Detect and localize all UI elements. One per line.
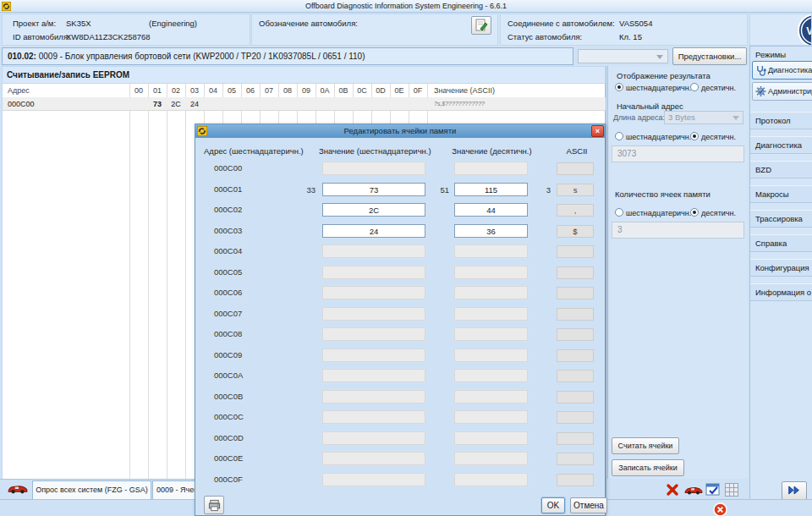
- dec-input: [454, 431, 528, 445]
- memory-cell-row: 000C0B: [195, 390, 606, 405]
- dialog-close-button[interactable]: ×: [591, 125, 604, 137]
- presets-combobox[interactable]: [578, 49, 668, 63]
- memory-cell-row: 000C05: [195, 266, 606, 281]
- hex-input: [322, 452, 425, 465]
- mode-diagnostics-button[interactable]: Диагностика: [752, 61, 812, 80]
- ascii-box: [557, 432, 594, 445]
- cancel-circle-icon[interactable]: [713, 502, 727, 516]
- table-row[interactable]: [3, 97, 606, 111]
- dialog-col-dec: Значение (десятичн.): [452, 146, 532, 156]
- dialog-col-address: Адрес (шестнадцатеричн.): [204, 146, 300, 156]
- hex-input[interactable]: [322, 183, 425, 196]
- col-header: 0E: [390, 84, 409, 97]
- ascii-box: [557, 308, 594, 321]
- vehicle-car-icon[interactable]: [683, 485, 704, 497]
- write-cells-button[interactable]: Записать ячейки: [612, 459, 684, 476]
- ok-button[interactable]: OK: [541, 497, 565, 513]
- sidebar-section-configuration[interactable]: Конфигурация: [750, 259, 812, 277]
- memory-cell-row: 000C01 33 51 3 s: [195, 183, 606, 198]
- tab-all-systems[interactable]: Опрос всех систем (FZG - GSA): [32, 480, 151, 500]
- dec-input[interactable]: [454, 203, 528, 217]
- start-hex-radio[interactable]: [615, 132, 623, 140]
- sidebar-section-macros[interactable]: Макросы: [750, 185, 812, 203]
- cell-address: 000C05: [214, 267, 242, 277]
- double-chevron-icon: [787, 485, 802, 496]
- display-hex-radio[interactable]: [615, 83, 623, 91]
- memory-cell-row: 000C0F: [195, 473, 606, 488]
- sidebar-section-diagnostics[interactable]: Диагностика: [750, 136, 812, 154]
- count-dec-radio[interactable]: [690, 208, 699, 217]
- row-ascii-value: ?s,$????????????: [434, 97, 485, 111]
- logo-panel: VW: [749, 14, 812, 46]
- sidebar-section-info[interactable]: Информация о: [750, 283, 812, 301]
- grid-table-icon[interactable]: [724, 482, 739, 499]
- ascii-box: [557, 370, 594, 382]
- ascii-box: [557, 411, 594, 424]
- ascii-box: ,: [557, 204, 594, 217]
- dialog-col-ascii: ASCII: [562, 146, 591, 156]
- cell-address: 000C06: [214, 288, 242, 297]
- mode-administration-button[interactable]: Администрир: [752, 82, 812, 101]
- display-dec-label: десятичн.: [701, 84, 736, 92]
- cancel-button[interactable]: Отмена: [570, 497, 607, 513]
- hex-input: [322, 431, 425, 445]
- ascii-box: [557, 266, 594, 279]
- ecu-description: 0009 - Блок управления бортовой сети (KW…: [36, 52, 365, 61]
- hex-input: [322, 266, 425, 279]
- hex-input[interactable]: [322, 224, 425, 238]
- cell-address: 000C0F: [214, 475, 243, 484]
- memory-cell-row: 000C0D: [195, 431, 606, 447]
- print-button[interactable]: [204, 496, 224, 514]
- memory-cell-row: 000C03 $: [195, 224, 606, 239]
- row-address: 000C00: [8, 97, 35, 111]
- display-hex-label: шестнадцатеричн.: [626, 84, 691, 92]
- count-hex-label: шестнадцатеричн.: [626, 209, 691, 217]
- designation-label: Обозначение автомобиля:: [259, 19, 358, 28]
- read-cells-button[interactable]: Считать ячейки: [612, 437, 679, 454]
- start-dec-radio[interactable]: [690, 132, 699, 140]
- project-panel: Проект а/м: SK35X (Engineering) ID автом…: [2, 14, 250, 46]
- ecu-code: 010.02:: [8, 52, 36, 61]
- cell-address: 000C02: [214, 205, 242, 214]
- col-header: 00: [129, 84, 148, 97]
- dialog-check-icon[interactable]: [705, 482, 721, 499]
- hex-input: [322, 390, 425, 403]
- dec-input[interactable]: [454, 224, 528, 238]
- sidebar-section-help[interactable]: Справка: [750, 234, 812, 252]
- dec-input[interactable]: [454, 183, 528, 196]
- col-header: 0B: [334, 84, 353, 97]
- dec-input: [454, 473, 528, 486]
- hex-input[interactable]: [322, 203, 425, 217]
- col-header: 08: [278, 84, 297, 97]
- sidebar-section-protocol[interactable]: Протокол: [750, 112, 812, 129]
- ascii-note: 3: [532, 185, 551, 195]
- display-dec-radio[interactable]: [690, 83, 699, 91]
- status-value: Кл. 15: [619, 32, 642, 41]
- presets-button[interactable]: Предустановки...: [672, 47, 747, 65]
- dialog-col-hex: Значение (шестнадцатеричн.): [319, 146, 429, 156]
- col-header: 04: [204, 84, 222, 97]
- cell-02: 2C: [167, 97, 185, 111]
- vw-logo-icon: VW: [798, 14, 812, 46]
- memory-cell-row: 000C06: [195, 286, 606, 301]
- dec-input: [454, 390, 528, 403]
- expand-panel-button[interactable]: [782, 481, 807, 500]
- cell-address: 000C01: [214, 184, 242, 194]
- ascii-box: s: [557, 184, 594, 196]
- ascii-box: [557, 162, 594, 175]
- col-header: 09: [297, 84, 315, 97]
- cell-address: 000C0A: [214, 371, 243, 380]
- sidebar-section-bzd[interactable]: BZD: [750, 161, 812, 178]
- col-header-address: Адрес: [8, 84, 30, 97]
- abort-icon[interactable]: [665, 482, 680, 499]
- col-header-ascii: Значение (ASCII): [434, 84, 495, 97]
- ascii-box: [557, 391, 594, 403]
- count-hex-radio[interactable]: [615, 208, 623, 217]
- vin-label: ID автомобиля:: [13, 32, 70, 41]
- edit-vehicle-button[interactable]: [471, 16, 491, 35]
- sidebar-section-trace[interactable]: Трассировка: [750, 210, 812, 228]
- ascii-box: [557, 453, 594, 465]
- dec-note: 51: [431, 185, 449, 195]
- app-icon: [2, 2, 11, 11]
- car-icon: [7, 483, 29, 497]
